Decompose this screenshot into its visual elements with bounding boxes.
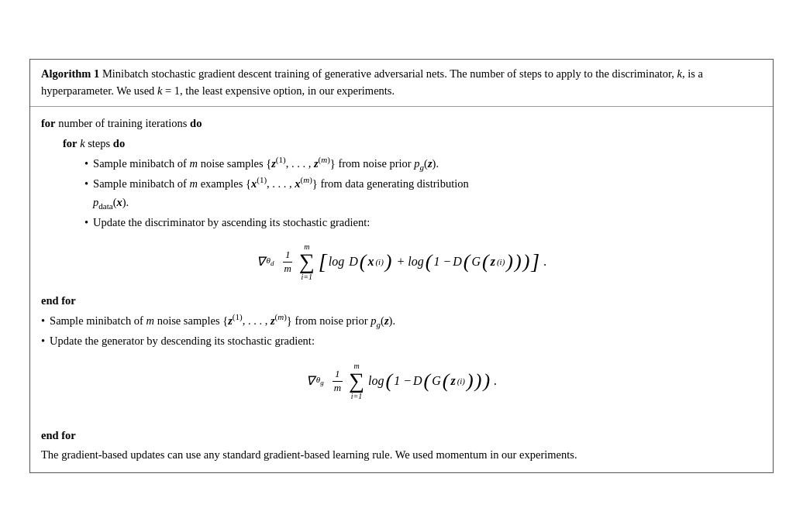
algorithm-title: Algorithm 1: [41, 67, 99, 80]
generator-formula: ∇θg 1 m m ∑ i=1 log ( 1 − D ( G: [41, 362, 762, 400]
algorithm-header: Algorithm 1 Minibatch stochastic gradien…: [30, 60, 773, 107]
end-for-outer: end for: [41, 427, 762, 444]
end-for-inner: end for: [41, 292, 762, 311]
bullet-4: • Sample minibatch of m noise samples {z…: [41, 312, 762, 331]
outer-for-line: for number of training iterations do: [41, 115, 762, 133]
bullet-3: • Update the discriminator by ascending …: [41, 214, 762, 232]
algorithm-description: Minibatch stochastic gradient descent tr…: [41, 67, 703, 97]
algorithm-box: Algorithm 1 Minibatch stochastic gradien…: [29, 59, 774, 472]
algorithm-footer: end for The gradient-based updates can u…: [30, 420, 773, 472]
bullet-1: • Sample minibatch of m noise samples {z…: [41, 155, 762, 173]
algorithm-body: for number of training iterations do for…: [30, 107, 773, 420]
bullet-5: • Update the generator by descending its…: [41, 332, 762, 351]
footer-text: The gradient-based updates can use any s…: [41, 446, 762, 464]
discriminator-formula: ∇θd 1 m m ∑ i=1 [ log D ( x(i): [41, 242, 762, 281]
inner-for-line: for k steps do: [41, 135, 762, 153]
bullet-2: • Sample minibatch of m examples {x(1), …: [41, 175, 762, 212]
